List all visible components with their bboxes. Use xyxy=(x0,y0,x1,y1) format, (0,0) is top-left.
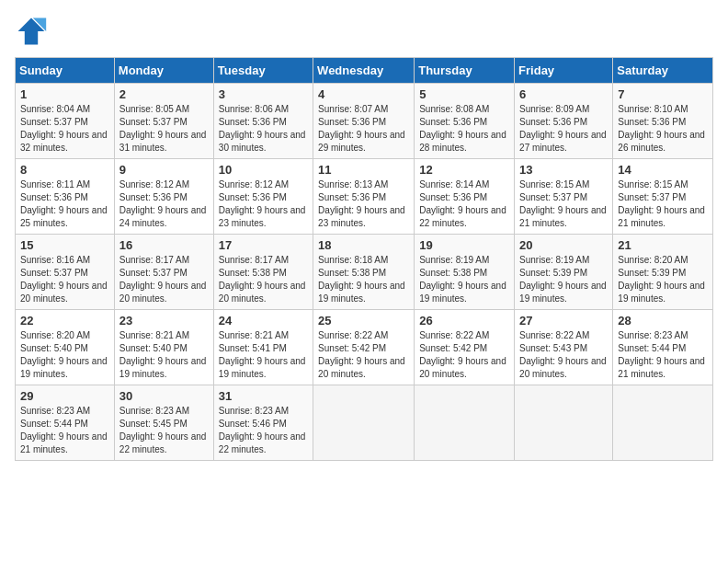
day-number: 11 xyxy=(318,163,409,177)
calendar-cell: 23Sunrise: 8:21 AMSunset: 5:40 PMDayligh… xyxy=(114,310,213,385)
calendar-cell xyxy=(613,385,713,461)
day-of-week-header: Sunday xyxy=(16,58,115,84)
calendar-cell: 2Sunrise: 8:05 AMSunset: 5:37 PMDaylight… xyxy=(114,84,213,159)
page-header xyxy=(15,15,713,48)
calendar-cell: 25Sunrise: 8:22 AMSunset: 5:42 PMDayligh… xyxy=(313,310,415,385)
cell-content: Sunrise: 8:19 AMSunset: 5:38 PMDaylight:… xyxy=(419,254,509,305)
calendar-cell: 31Sunrise: 8:23 AMSunset: 5:46 PMDayligh… xyxy=(213,385,313,461)
day-number: 23 xyxy=(119,314,209,327)
day-number: 25 xyxy=(318,314,409,327)
calendar-cell: 28Sunrise: 8:23 AMSunset: 5:44 PMDayligh… xyxy=(613,310,713,385)
day-number: 15 xyxy=(20,238,109,252)
calendar-cell: 5Sunrise: 8:08 AMSunset: 5:36 PMDaylight… xyxy=(415,84,515,159)
calendar-cell: 13Sunrise: 8:15 AMSunset: 5:37 PMDayligh… xyxy=(515,159,613,235)
calendar-cell xyxy=(515,385,613,461)
calendar-cell: 15Sunrise: 8:16 AMSunset: 5:37 PMDayligh… xyxy=(16,235,115,310)
cell-content: Sunrise: 8:15 AMSunset: 5:37 PMDaylight:… xyxy=(618,178,708,230)
calendar-cell: 22Sunrise: 8:20 AMSunset: 5:40 PMDayligh… xyxy=(16,310,115,385)
calendar-cell: 19Sunrise: 8:19 AMSunset: 5:38 PMDayligh… xyxy=(415,235,515,310)
cell-content: Sunrise: 8:08 AMSunset: 5:36 PMDaylight:… xyxy=(419,103,509,155)
day-number: 12 xyxy=(419,163,509,177)
cell-content: Sunrise: 8:16 AMSunset: 5:37 PMDaylight:… xyxy=(20,254,109,305)
calendar-week-row: 1Sunrise: 8:04 AMSunset: 5:37 PMDaylight… xyxy=(16,84,713,159)
day-number: 31 xyxy=(219,389,308,403)
day-number: 27 xyxy=(519,314,608,327)
day-number: 29 xyxy=(20,389,109,403)
cell-content: Sunrise: 8:12 AMSunset: 5:36 PMDaylight:… xyxy=(119,178,209,230)
calendar-cell: 8Sunrise: 8:11 AMSunset: 5:36 PMDaylight… xyxy=(16,159,115,235)
cell-content: Sunrise: 8:05 AMSunset: 5:37 PMDaylight:… xyxy=(119,103,209,155)
day-number: 19 xyxy=(419,238,509,252)
day-number: 28 xyxy=(618,314,708,327)
calendar-cell: 18Sunrise: 8:18 AMSunset: 5:38 PMDayligh… xyxy=(313,235,415,310)
day-number: 17 xyxy=(219,238,308,252)
calendar-cell: 12Sunrise: 8:14 AMSunset: 5:36 PMDayligh… xyxy=(415,159,515,235)
day-number: 2 xyxy=(119,87,209,101)
cell-content: Sunrise: 8:06 AMSunset: 5:36 PMDaylight:… xyxy=(219,103,308,155)
calendar-cell: 20Sunrise: 8:19 AMSunset: 5:39 PMDayligh… xyxy=(515,235,613,310)
day-of-week-header: Wednesday xyxy=(313,58,415,84)
calendar-cell: 4Sunrise: 8:07 AMSunset: 5:36 PMDaylight… xyxy=(313,84,415,159)
day-number: 8 xyxy=(20,163,109,177)
day-number: 21 xyxy=(618,238,708,252)
cell-content: Sunrise: 8:07 AMSunset: 5:36 PMDaylight:… xyxy=(318,103,409,155)
day-number: 20 xyxy=(519,238,608,252)
cell-content: Sunrise: 8:23 AMSunset: 5:46 PMDaylight:… xyxy=(219,405,308,456)
cell-content: Sunrise: 8:15 AMSunset: 5:37 PMDaylight:… xyxy=(519,178,608,230)
cell-content: Sunrise: 8:23 AMSunset: 5:44 PMDaylight:… xyxy=(618,329,708,381)
calendar-week-row: 8Sunrise: 8:11 AMSunset: 5:36 PMDaylight… xyxy=(16,159,713,235)
calendar-week-row: 29Sunrise: 8:23 AMSunset: 5:44 PMDayligh… xyxy=(16,385,713,461)
calendar-cell: 29Sunrise: 8:23 AMSunset: 5:44 PMDayligh… xyxy=(16,385,115,461)
logo-icon xyxy=(15,15,48,48)
cell-content: Sunrise: 8:22 AMSunset: 5:43 PMDaylight:… xyxy=(519,329,608,381)
day-number: 22 xyxy=(20,314,109,327)
cell-content: Sunrise: 8:22 AMSunset: 5:42 PMDaylight:… xyxy=(318,329,409,381)
calendar-table: SundayMondayTuesdayWednesdayThursdayFrid… xyxy=(15,57,713,461)
day-of-week-header: Friday xyxy=(515,58,613,84)
calendar-cell: 26Sunrise: 8:22 AMSunset: 5:42 PMDayligh… xyxy=(415,310,515,385)
cell-content: Sunrise: 8:21 AMSunset: 5:41 PMDaylight:… xyxy=(219,329,308,381)
calendar-cell: 1Sunrise: 8:04 AMSunset: 5:37 PMDaylight… xyxy=(16,84,115,159)
cell-content: Sunrise: 8:13 AMSunset: 5:36 PMDaylight:… xyxy=(318,178,409,230)
day-number: 30 xyxy=(119,389,209,403)
cell-content: Sunrise: 8:09 AMSunset: 5:36 PMDaylight:… xyxy=(519,103,608,155)
cell-content: Sunrise: 8:17 AMSunset: 5:38 PMDaylight:… xyxy=(219,254,308,305)
calendar-cell: 17Sunrise: 8:17 AMSunset: 5:38 PMDayligh… xyxy=(213,235,313,310)
day-number: 13 xyxy=(519,163,608,177)
calendar-cell: 6Sunrise: 8:09 AMSunset: 5:36 PMDaylight… xyxy=(515,84,613,159)
calendar-cell xyxy=(415,385,515,461)
day-of-week-header: Monday xyxy=(114,58,213,84)
day-number: 5 xyxy=(419,87,509,101)
calendar-week-row: 15Sunrise: 8:16 AMSunset: 5:37 PMDayligh… xyxy=(16,235,713,310)
day-number: 4 xyxy=(318,87,409,101)
day-number: 3 xyxy=(219,87,308,101)
logo xyxy=(15,15,51,48)
day-number: 6 xyxy=(519,87,608,101)
day-of-week-header: Tuesday xyxy=(213,58,313,84)
calendar-cell: 14Sunrise: 8:15 AMSunset: 5:37 PMDayligh… xyxy=(613,159,713,235)
calendar-cell: 16Sunrise: 8:17 AMSunset: 5:37 PMDayligh… xyxy=(114,235,213,310)
calendar-header: SundayMondayTuesdayWednesdayThursdayFrid… xyxy=(16,58,713,84)
cell-content: Sunrise: 8:21 AMSunset: 5:40 PMDaylight:… xyxy=(119,329,209,381)
cell-content: Sunrise: 8:04 AMSunset: 5:37 PMDaylight:… xyxy=(20,103,109,155)
cell-content: Sunrise: 8:17 AMSunset: 5:37 PMDaylight:… xyxy=(119,254,209,305)
day-number: 9 xyxy=(119,163,209,177)
cell-content: Sunrise: 8:11 AMSunset: 5:36 PMDaylight:… xyxy=(20,178,109,230)
calendar-cell: 7Sunrise: 8:10 AMSunset: 5:36 PMDaylight… xyxy=(613,84,713,159)
calendar-cell: 9Sunrise: 8:12 AMSunset: 5:36 PMDaylight… xyxy=(114,159,213,235)
calendar-cell: 10Sunrise: 8:12 AMSunset: 5:36 PMDayligh… xyxy=(213,159,313,235)
day-number: 10 xyxy=(219,163,308,177)
calendar-cell xyxy=(313,385,415,461)
calendar-cell: 24Sunrise: 8:21 AMSunset: 5:41 PMDayligh… xyxy=(213,310,313,385)
cell-content: Sunrise: 8:10 AMSunset: 5:36 PMDaylight:… xyxy=(618,103,708,155)
day-of-week-header: Thursday xyxy=(415,58,515,84)
day-number: 16 xyxy=(119,238,209,252)
day-number: 18 xyxy=(318,238,409,252)
day-number: 14 xyxy=(618,163,708,177)
calendar-cell: 30Sunrise: 8:23 AMSunset: 5:45 PMDayligh… xyxy=(114,385,213,461)
cell-content: Sunrise: 8:23 AMSunset: 5:45 PMDaylight:… xyxy=(119,405,209,456)
cell-content: Sunrise: 8:18 AMSunset: 5:38 PMDaylight:… xyxy=(318,254,409,305)
header-row: SundayMondayTuesdayWednesdayThursdayFrid… xyxy=(16,58,713,84)
calendar-cell: 21Sunrise: 8:20 AMSunset: 5:39 PMDayligh… xyxy=(613,235,713,310)
calendar-cell: 3Sunrise: 8:06 AMSunset: 5:36 PMDaylight… xyxy=(213,84,313,159)
